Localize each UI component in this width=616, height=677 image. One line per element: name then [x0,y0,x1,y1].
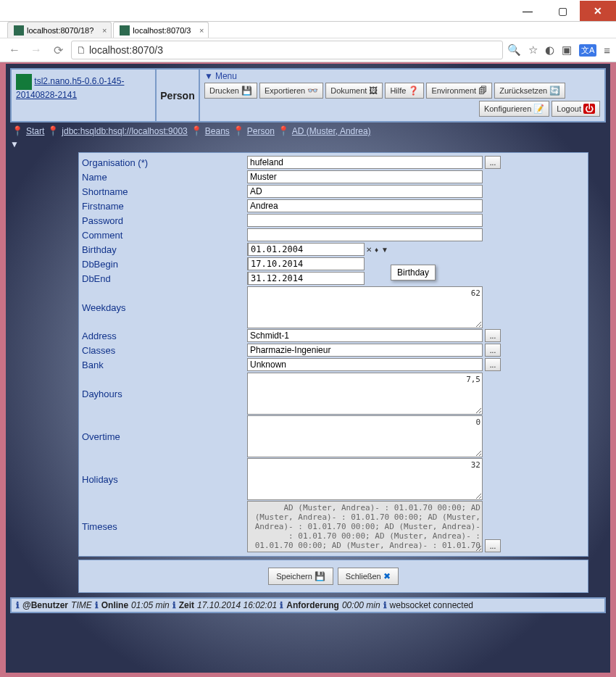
konfigurieren-button[interactable]: Konfigurieren📝 [479,101,549,117]
hilfe-button[interactable]: Hilfe❓ [385,83,424,99]
copy-icon: 🗐 [478,86,487,96]
contrast-icon[interactable]: ◐ [545,43,554,57]
tab-close-icon[interactable]: × [199,26,204,35]
refresh-icon: 🔄 [549,86,560,96]
menu-label[interactable]: ▼Menu [204,71,600,81]
exportieren-button[interactable]: Exportieren👓 [259,83,323,99]
search-icon[interactable]: 🔍 [507,43,521,57]
window-minimize-button[interactable]: — [510,1,545,21]
browser-tab-0[interactable]: localhost:8070/18? × [7,22,112,38]
glasses-icon: 👓 [307,86,318,96]
timeses-lookup-button[interactable]: ... [485,539,501,552]
zeit-label: Zeit [179,600,194,610]
holidays-field[interactable]: 32 [247,458,483,500]
birthday-field[interactable] [248,243,365,256]
organisation-field[interactable] [247,156,483,169]
status-bar: ℹ@Benutzer TIME ℹOnline 01:05 min ℹZeit … [10,597,606,613]
info-icon: ℹ [280,600,283,610]
browser-tab-1[interactable]: localhost:8070/3 × [113,22,209,38]
address-label: Address [82,329,247,343]
bc-jdbc[interactable]: jdbc:hsqldb:hsql://localhost:9003 [62,126,187,136]
edit-icon: 📝 [533,104,544,114]
dayhours-label: Dayhours [82,387,247,401]
name-field[interactable] [247,170,483,183]
pin-icon: 📍 [191,125,202,136]
browser-tabs: localhost:8070/18? × localhost:8070/3 × [0,22,616,38]
schliessen-button[interactable]: Schließen✖ [338,568,399,585]
password-field[interactable] [247,214,483,227]
pin-icon: 📍 [278,125,289,136]
close-icon: ✖ [383,571,391,581]
logout-button[interactable]: Logout⏻ [552,101,600,117]
address-lookup-button[interactable]: ... [485,329,501,342]
bc-ad[interactable]: AD (Muster, Andrea) [292,126,371,136]
address-bar[interactable]: 🗋localhost:8070/3 [71,41,503,59]
back-button[interactable]: ← [6,41,23,59]
pin-icon: 📍 [47,125,59,136]
tab-label: localhost:8070/18? [27,26,93,35]
form: Organisation (*)... Name Shortname First… [78,152,588,557]
info-icon: ℹ [383,600,387,610]
classes-field[interactable] [247,344,483,357]
chevron-down-icon[interactable]: ▼ [380,246,390,254]
clear-icon[interactable]: ✕ [365,246,373,254]
page-icon: 🗋 [76,44,86,56]
classes-lookup-button[interactable]: ... [485,344,501,357]
tooltip: Birthday [391,265,436,281]
bank-field[interactable] [247,358,483,371]
pin-icon: 📍 [233,125,244,136]
anforderung-label: Anforderung [286,600,339,610]
name-label: Name [82,170,247,184]
weekdays-label: Weekdays [82,301,247,315]
info-icon: ℹ [95,600,99,610]
address-field[interactable] [247,329,483,342]
benutzer-value: TIME [71,600,92,610]
shortname-field[interactable] [247,185,483,198]
organisation-lookup-button[interactable]: ... [485,156,501,169]
address-text: localhost:8070/3 [89,44,163,56]
breadcrumb: 📍Start 📍jdbc:hsqldb:hsql://localhost:900… [10,125,606,136]
chevron-down-icon[interactable]: ▼ [10,139,606,149]
dokument-button[interactable]: Dokument🖼 [325,83,383,99]
zuruecksetzen-button[interactable]: Zurücksetzen🔄 [494,83,565,99]
ws-status: websocket connected [390,600,473,610]
translate-icon[interactable]: 文A [579,44,596,57]
bc-start[interactable]: Start [26,126,44,136]
firstname-label: Firstname [82,199,247,213]
bc-beans[interactable]: Beans [205,126,230,136]
drucken-button[interactable]: Drucken💾 [204,83,257,99]
dayhours-field[interactable]: 7,5 [247,373,483,415]
window-maximize-button[interactable]: ▢ [545,1,580,21]
benutzer-label: @Benutzer [22,600,68,610]
pin-icon: 📍 [12,125,23,136]
environment-button[interactable]: Environment🗐 [426,83,492,99]
dbbegin-field[interactable] [248,257,365,270]
dbend-field[interactable] [248,272,365,285]
info-icon: ℹ [172,600,176,610]
firstname-field[interactable] [247,199,483,212]
page-title: Person [157,70,200,121]
window-close-button[interactable]: ✕ [580,1,616,21]
speichern-button[interactable]: Speichern💾 [268,568,333,585]
menu-icon[interactable]: ≡ [604,44,610,57]
online-label: Online [101,600,128,610]
reload-button[interactable]: ⟳ [49,41,67,59]
comment-field[interactable] [247,228,483,241]
bc-person[interactable]: Person [247,126,275,136]
document-icon: 🖼 [369,86,378,96]
timeses-field: AD (Muster, Andrea)- : 01.01.70 00:00; A… [247,501,483,552]
overtime-field[interactable]: 0 [247,415,483,457]
cast-icon[interactable]: ▣ [562,43,572,57]
zeit-value: 17.10.2014 16:02:01 [197,600,277,610]
brand-link[interactable]: tsl2.nano.h5-0.6.0-145-20140828-2141 [16,76,124,100]
anforderung-value: 00:00 min [342,600,380,610]
bank-lookup-button[interactable]: ... [485,358,501,371]
holidays-label: Holidays [82,473,247,486]
forward-button[interactable]: → [28,41,45,59]
tab-close-icon[interactable]: × [102,26,107,35]
brand-panel: tsl2.nano.h5-0.6.0-145-20140828-2141 [12,70,157,121]
star-icon[interactable]: ☆ [528,43,538,57]
timeses-label: Timeses [82,520,247,533]
weekdays-field[interactable]: 62 [247,286,483,328]
stepper-icon[interactable]: ♦ [373,246,380,254]
